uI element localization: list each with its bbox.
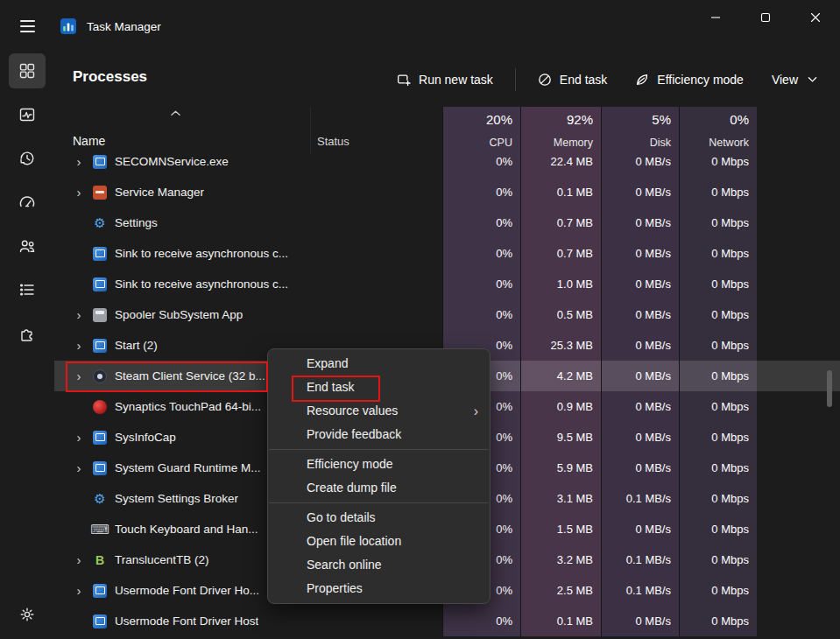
disk-value: 0.1 MB/s <box>601 544 679 575</box>
process-status <box>310 207 442 238</box>
memory-value: 0.9 MB <box>520 391 601 422</box>
sidebar-item-settings[interactable] <box>9 597 46 632</box>
process-row[interactable]: › Sink to receive asynchronous c... 0% 0… <box>54 238 840 269</box>
window-app-icon <box>93 584 107 598</box>
expand-chevron-icon[interactable]: › <box>72 299 86 330</box>
network-value: 0 Mbps <box>679 207 757 238</box>
row-filler <box>757 453 840 483</box>
sidebar-item-details[interactable] <box>9 272 46 307</box>
context-menu-item-provide-feedback[interactable]: Provide feedback <box>268 423 490 446</box>
menu-item-label: Properties <box>307 581 363 595</box>
expand-chevron-icon[interactable]: › <box>72 422 86 453</box>
process-row[interactable]: › Service Manager 0% 0.1 MB 0 MB/s 0 Mbp… <box>54 177 840 207</box>
sort-ascending-icon <box>171 110 180 116</box>
sidebar-item-users[interactable] <box>9 228 46 263</box>
hamburger-menu-button[interactable] <box>10 9 45 44</box>
process-name: Synaptics TouchPad 64-bi... <box>115 391 261 422</box>
menu-item-label: Resource values <box>307 404 398 418</box>
minimize-button[interactable] <box>690 0 740 35</box>
sidebar-item-processes[interactable] <box>9 53 46 88</box>
menu-item-label: Efficiency mode <box>307 457 393 471</box>
column-header-cpu[interactable]: 20% CPU <box>442 107 520 155</box>
run-new-task-button[interactable]: Run new task <box>386 66 504 94</box>
disk-value: 0 MB/s <box>601 514 679 544</box>
expand-chevron-icon[interactable]: › <box>72 330 86 361</box>
cpu-value: 0% <box>442 177 520 207</box>
process-name-cell: › ⚙ Settings <box>54 207 310 238</box>
menu-item-label: Open file location <box>307 534 401 548</box>
context-menu-item-expand[interactable]: Expand <box>268 352 490 376</box>
efficiency-leaf-icon <box>635 73 649 87</box>
column-header-status[interactable]: Status <box>310 107 442 155</box>
process-name: Sink to receive asynchronous c... <box>115 238 288 269</box>
view-dropdown-button[interactable]: View <box>761 66 828 94</box>
maximize-button[interactable] <box>740 0 790 35</box>
column-header-name[interactable]: Name <box>54 107 310 155</box>
process-row[interactable]: › ⚙ Settings 0% 0.7 MB 0 MB/s 0 Mbps <box>54 207 840 238</box>
process-status <box>310 177 442 207</box>
row-filler <box>757 483 840 514</box>
window-app-icon <box>93 277 107 291</box>
sidebar-item-app-history[interactable] <box>9 141 46 176</box>
column-label-name: Name <box>73 134 105 148</box>
process-name: Usermode Font Driver Ho... <box>115 575 259 606</box>
process-name: SysInfoCap <box>115 422 176 453</box>
close-button[interactable] <box>790 0 840 35</box>
cpu-value: 0% <box>442 269 520 299</box>
row-filler <box>757 330 840 361</box>
process-name: System Settings Broker <box>115 483 238 514</box>
spooler-icon <box>93 308 107 322</box>
menu-item-label: Create dump file <box>307 481 397 495</box>
process-name: System Guard Runtime M... <box>115 453 261 483</box>
network-total-percent: 0% <box>730 112 749 127</box>
column-header-memory[interactable]: 92% Memory <box>520 107 601 155</box>
row-filler <box>757 422 840 453</box>
expand-chevron-icon[interactable]: › <box>72 177 86 207</box>
vertical-scrollbar-thumb[interactable] <box>827 370 832 407</box>
expand-chevron-icon[interactable]: › <box>72 453 86 483</box>
disk-value: 0 MB/s <box>601 269 679 299</box>
process-name: TranslucentTB (2) <box>115 544 209 575</box>
context-menu-item-go-to-details[interactable]: Go to details <box>268 506 490 530</box>
toolbar: Processes Run new task End task <box>54 53 840 107</box>
process-name: Settings <box>115 207 158 238</box>
context-menu-item-search-online[interactable]: Search online <box>268 553 490 577</box>
column-header-disk[interactable]: 5% Disk <box>601 107 679 155</box>
context-menu-item-resource-values[interactable]: Resource values› <box>268 399 490 423</box>
memory-total-percent: 92% <box>567 112 593 127</box>
context-menu-item-end-task[interactable]: End task <box>268 376 490 399</box>
process-row[interactable]: › Spooler SubSystem App 0% 0.5 MB 0 MB/s… <box>54 299 840 330</box>
efficiency-mode-button[interactable]: Efficiency mode <box>625 66 754 94</box>
process-status <box>310 299 442 330</box>
context-menu-item-open-file-location[interactable]: Open file location <box>268 530 490 553</box>
expand-chevron-icon[interactable]: › <box>72 544 86 575</box>
page-title: Processes <box>73 68 147 86</box>
window-app-icon <box>93 339 107 353</box>
context-menu-item-properties[interactable]: Properties <box>268 577 490 600</box>
context-menu-item-efficiency-mode[interactable]: Efficiency mode <box>268 453 490 476</box>
menu-item-label: End task <box>307 380 354 394</box>
process-row[interactable]: › Usermode Font Driver Host 0% 0.1 MB 0 … <box>54 606 840 636</box>
details-icon <box>18 281 36 298</box>
memory-value: 0.5 MB <box>520 299 601 330</box>
network-value: 0 Mbps <box>679 514 757 544</box>
column-label-disk: Disk <box>650 137 671 149</box>
sidebar-item-services[interactable] <box>9 316 46 351</box>
network-value: 0 Mbps <box>679 361 757 391</box>
process-row[interactable]: › Sink to receive asynchronous c... 0% 1… <box>54 269 840 299</box>
window-app-icon <box>93 155 107 169</box>
disk-value: 0 MB/s <box>601 177 679 207</box>
column-header-network[interactable]: 0% Network <box>679 107 757 155</box>
sidebar-item-performance[interactable] <box>9 97 46 132</box>
row-filler <box>757 269 840 299</box>
context-menu-item-create-dump-file[interactable]: Create dump file <box>268 476 490 500</box>
end-task-button[interactable]: End task <box>527 66 618 94</box>
menu-item-label: Go to details <box>307 510 376 524</box>
run-new-task-label: Run new task <box>419 73 493 87</box>
efficiency-mode-label: Efficiency mode <box>657 73 744 87</box>
expand-chevron-icon[interactable]: › <box>72 361 86 391</box>
disk-total-percent: 5% <box>652 112 671 127</box>
task-manager-app-icon <box>60 18 77 35</box>
sidebar-item-startup-apps[interactable] <box>9 185 46 220</box>
expand-chevron-icon[interactable]: › <box>72 575 86 606</box>
